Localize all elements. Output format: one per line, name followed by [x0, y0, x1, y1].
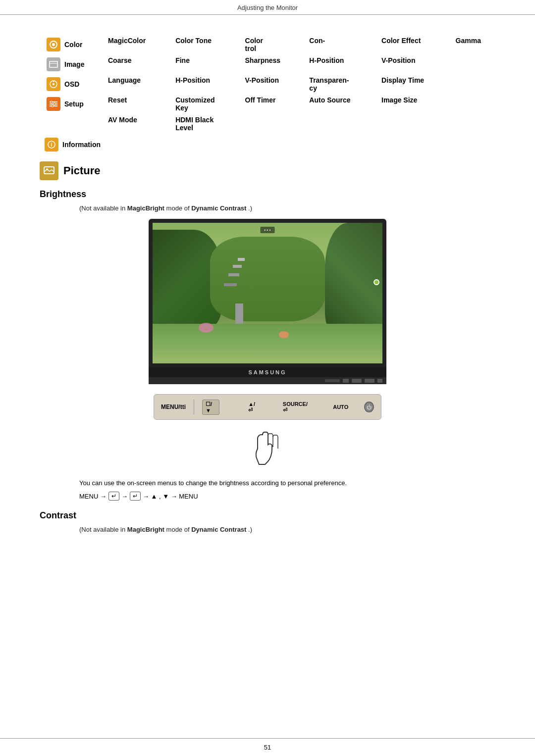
svg-text:i: i: [51, 142, 53, 148]
samsung-label: SAMSUNG: [248, 369, 286, 375]
table-row: AV Mode HDMI BlackLevel: [45, 114, 500, 134]
h-position-img: H-Position: [303, 54, 375, 74]
svg-point-11: [54, 103, 55, 105]
av-mode: AV Mode: [102, 114, 169, 134]
nav-enter2: ↵: [130, 492, 141, 501]
monitor-base: [149, 377, 386, 384]
h-position-osd: H-Position: [169, 74, 239, 94]
dynamic-contrast-note: Dynamic Contrast: [191, 204, 246, 212]
image-label: Image: [62, 54, 102, 74]
svg-point-10: [51, 101, 53, 103]
nav-arrow2: → ▲ , ▼ → MENU: [143, 493, 198, 500]
brightness-desc: You can use the on-screen menus to chang…: [79, 479, 495, 487]
gamma: Gamma: [450, 35, 500, 54]
svg-point-1: [52, 43, 55, 46]
color-label: Color: [62, 35, 102, 54]
ctrl-btn1[interactable]: ☐/▼: [202, 400, 219, 415]
garden-scene: ▪ ▪ ▪: [153, 223, 382, 363]
contrast-note-before: (Not available in: [79, 526, 127, 533]
table-row: Setup Reset CustomizedKey Off Timer Auto…: [45, 94, 500, 114]
bottom-bar: 51: [0, 738, 535, 756]
table-row: Image Coarse Fine Sharpness H-Position V…: [45, 54, 500, 74]
svg-point-12: [52, 105, 54, 107]
controls-bar-container: MENU/tti ☐/▼ ▲/⏎ SOURCE/⏎ AUTO ⏻: [40, 394, 495, 420]
color-icon-cell: [45, 35, 62, 54]
color-effect: Color Effect: [375, 35, 450, 54]
reset: Reset: [102, 94, 169, 114]
menu-nav-text: MENU →: [79, 493, 107, 500]
brightness-note: (Not available in MagicBright mode of Dy…: [79, 204, 495, 212]
nav-arrow1: →: [121, 493, 128, 500]
note-end: .): [248, 204, 252, 212]
v-position-img: V-Position: [375, 54, 450, 74]
contrast-note-end: .): [248, 526, 252, 533]
language: Language: [102, 74, 169, 94]
display-time: Display Time: [375, 74, 450, 94]
page-number: 51: [264, 744, 271, 751]
setup-label: Setup: [62, 94, 102, 114]
menu-table-section: Color MagicColor Color Tone Colortrol Co…: [40, 35, 495, 151]
ctrl-triangle-label: ▲/⏎: [248, 401, 258, 413]
svg-point-5: [53, 83, 54, 85]
information-icon: i: [45, 138, 58, 151]
header-text: Adjusting the Monitor: [237, 4, 298, 11]
transparency: Transparen-cy: [303, 74, 375, 94]
customized-key: CustomizedKey: [169, 94, 239, 114]
monitor-wrapper: ▪ ▪ ▪ SAMSUNG: [149, 219, 386, 384]
osd-icon-cell: [45, 74, 62, 94]
contrast-heading: Contrast: [40, 510, 495, 521]
brightness-heading: Brightness: [40, 189, 495, 200]
off-timer: Off Timer: [239, 94, 304, 114]
contrast-magic-bright: MagicBright: [127, 526, 164, 533]
fine: Fine: [169, 54, 239, 74]
con-label: Con-: [303, 35, 375, 54]
picture-section: Picture: [40, 161, 495, 180]
ctrl-auto-label: AUTO: [333, 404, 348, 410]
monitor-screen: ▪ ▪ ▪: [149, 219, 386, 367]
osd-label: OSD: [62, 74, 102, 94]
contrast-note-mid: mode of: [166, 526, 192, 533]
svg-rect-2: [50, 61, 57, 67]
image-icon-cell: [45, 54, 62, 74]
contrast-note: (Not available in MagicBright mode of Dy…: [79, 526, 495, 533]
menu-nav: MENU → ↵ → ↵ → ▲ , ▼ → MENU: [79, 492, 495, 501]
menu-table: Color MagicColor Color Tone Colortrol Co…: [45, 35, 500, 134]
nav-enter1: ↵: [108, 492, 119, 501]
image-icon: [47, 57, 60, 71]
monitor-image-container: ▪ ▪ ▪ SAMSUNG: [40, 219, 495, 384]
note-mid: mode of: [166, 204, 192, 212]
color-icon: [47, 38, 60, 51]
v-position-osd: V-Position: [239, 74, 304, 94]
setup-icon: [47, 97, 60, 111]
picture-icon: [40, 161, 58, 180]
magic-bright-note: MagicBright: [127, 204, 164, 212]
color-trol: Colortrol: [239, 35, 304, 54]
setup-icon-cell: [45, 94, 62, 114]
table-row: Color MagicColor Color Tone Colortrol Co…: [45, 35, 500, 54]
monitor-bottom-bar: SAMSUNG: [149, 367, 386, 377]
note-before: (Not available in: [79, 204, 127, 212]
information-row: i Information: [45, 138, 495, 151]
page-container: Adjusting the Monitor Color MagicColor: [0, 0, 535, 756]
table-row: OSD Language H-Position V-Position Trans…: [45, 74, 500, 94]
color-tone: Color Tone: [169, 35, 239, 54]
contrast-dynamic-contrast: Dynamic Contrast: [191, 526, 246, 533]
main-content: Color MagicColor Color Tone Colortrol Co…: [0, 15, 535, 560]
ctrl-menu-label: MENU/tti: [161, 403, 186, 410]
hdmi-black-level: HDMI BlackLevel: [169, 114, 239, 134]
osd-icon: [47, 77, 60, 91]
auto-source: Auto Source: [303, 94, 375, 114]
hand-cursor-container: [40, 430, 495, 469]
coarse: Coarse: [102, 54, 169, 74]
information-label: Information: [62, 141, 101, 149]
ctrl-source-label: SOURCE/⏎: [283, 401, 309, 413]
page-header: Adjusting the Monitor: [0, 0, 535, 15]
sharpness: Sharpness: [239, 54, 304, 74]
image-size: Image Size: [375, 94, 450, 114]
controls-bar: MENU/tti ☐/▼ ▲/⏎ SOURCE/⏎ AUTO ⏻: [154, 394, 381, 420]
magic-color: MagicColor: [102, 35, 169, 54]
picture-title: Picture: [63, 164, 101, 177]
ctrl-power-button[interactable]: ⏻: [364, 402, 374, 412]
hand-cursor-svg: [250, 430, 285, 469]
